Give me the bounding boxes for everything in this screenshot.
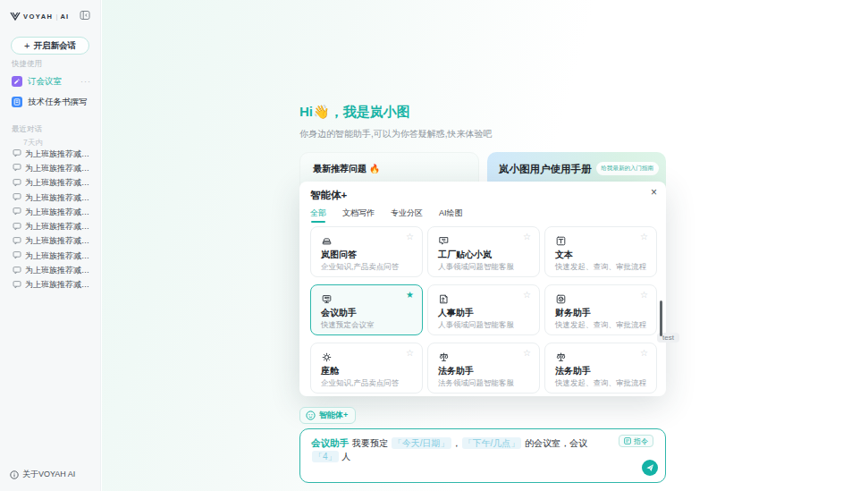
agents-plus-button[interactable]: 智能体+ [299,407,356,424]
chat-icon [7,236,25,247]
agent-card-人事助手[interactable]: ☆人事助手人事领域问题智能客服 [427,284,540,335]
sidebar-item-tech-task-writing[interactable]: 技术任务书撰写 [7,93,95,111]
agent-tag[interactable]: 会议助手 [311,437,349,448]
more-icon[interactable]: ··· [80,77,91,86]
tab-AI绘图[interactable]: AI绘图 [439,207,463,223]
collapse-sidebar-icon[interactable] [80,10,90,21]
template-text: 人 [340,452,351,461]
tab-文档写作[interactable]: 文档写作 [342,207,375,223]
user-manual-title: 岚小图用户使用手册 [499,163,592,176]
star-icon[interactable]: ☆ [523,232,531,241]
conversation-item[interactable]: 为上班族推荐减脂一... [7,249,97,263]
conversation-list: 为上班族推荐减脂一...为上班族推荐减脂一...为上班族推荐减脂一...为上班族… [7,147,97,292]
chat-icon [7,163,25,174]
sidebar: VOYAH | AI + 开启新会话 快捷使用 订会议室···技术任务书撰写 最… [0,0,101,491]
agent-card-法务助手[interactable]: ☆法务助手法务领域问题智能客服 [427,343,540,394]
chat-icon [7,280,25,291]
conversation-title: 为上班族推荐减脂一... [25,250,97,262]
quick-use-section-label: 快捷使用 [12,59,42,70]
new-conversation-button[interactable]: + 开启新会话 [11,37,89,55]
conversation-item[interactable]: 为上班族推荐减脂一... [7,190,97,205]
agents-plus-label: 智能体+ [319,410,348,421]
recommended-questions-title: 最新推荐问题 🔥 [313,163,380,175]
logo-text-ai: AI [61,13,70,21]
conversation-item[interactable]: 为上班族推荐减脂一... [7,176,97,190]
template-text: 我要预定 [352,438,391,448]
star-icon[interactable]: ☆ [523,290,531,300]
greeting-subtitle: 你身边的智能助手,可以为你答疑解惑,快来体验吧 [299,128,493,140]
chat-icon [7,192,25,203]
agent-card-法务助手[interactable]: ☆法务助手快速发起、查询、审批流程 [544,343,657,394]
star-icon[interactable]: ☆ [406,232,414,241]
conversation-item[interactable]: 为上班族推荐减脂一... [7,161,97,175]
star-icon[interactable]: ☆ [640,290,648,300]
agent-card-title: 法务助手 [438,365,474,377]
conversation-title: 为上班族推荐减脂一... [25,192,97,204]
agent-card-title: 会议助手 [321,307,357,319]
chat-icon [7,250,25,261]
conversation-title: 为上班族推荐减脂一... [25,221,97,233]
command-pill[interactable]: 指令 [619,435,653,447]
voyah-wing-icon [10,11,21,21]
command-icon [624,437,631,444]
logo-divider: | [55,13,57,21]
message-input[interactable]: 会议助手我要预定 「今天/日期」，「下午/几点」 的会议室，会议 「4」 人 指… [299,428,666,483]
template-token[interactable]: 「今天/日期」 [392,437,451,449]
conversation-item[interactable]: 为上班族推荐减脂一... [7,263,97,277]
template-token[interactable]: 「4」 [312,451,339,462]
about-voyah-link[interactable]: 关于VOYAH AI [10,469,75,480]
quick-item-label: 技术任务书撰写 [28,97,88,108]
main-area: Hi👋，我是岚小图 你身边的智能助手,可以为你答疑解惑,快来体验吧 最新推荐问题… [102,0,868,491]
doc-icon [12,97,22,107]
template-text: 的会议室，会议 [522,438,587,448]
about-label: 关于VOYAH AI [22,469,75,480]
recent-chats-section-label: 最近对话 [12,124,42,135]
template-token[interactable]: 「下午/几点」 [462,437,522,449]
star-icon[interactable]: ☆ [640,232,648,241]
logo-text-voyah: VOYAH [23,13,53,21]
star-icon[interactable]: ☆ [523,348,531,358]
agent-card-title: 工厂贴心小岚 [438,249,492,261]
agent-card-description: 快速预定会议室 [321,320,375,331]
tab-全部[interactable]: 全部 [310,207,326,223]
conversation-item[interactable]: 为上班族推荐减脂一... [7,219,97,233]
greeting-title: Hi👋，我是岚小图 [299,104,410,121]
sidebar-item-book-meeting-room[interactable]: 订会议室··· [7,72,95,90]
agent-card-会议助手[interactable]: ★会议助手快速预定会议室 [310,284,423,335]
conversation-item[interactable]: 为上班族推荐减脂一... [7,278,97,292]
pen-icon [12,76,22,87]
close-icon[interactable]: × [651,186,657,199]
agent-card-description: 企业知识,产品卖点问答 [321,262,399,273]
agents-modal-title: 智能体+ [310,189,347,202]
agent-card-岚图问答[interactable]: ☆岚图问答企业知识,产品卖点问答 [310,226,423,277]
modal-scrollbar[interactable] [660,301,663,336]
chat-icon [7,178,25,189]
command-pill-label: 指令 [634,436,648,446]
conversation-item[interactable]: 为上班族推荐减脂一... [7,234,97,249]
agent-card-description: 人事领域问题智能客服 [438,320,514,331]
agent-card-座舱[interactable]: ☆座舱企业知识,产品卖点问答 [310,343,423,394]
agent-card-description: 企业知识,产品卖点问答 [321,378,399,389]
tab-专业分区[interactable]: 专业分区 [391,207,423,223]
send-icon [645,463,654,472]
agent-card-title: 法务助手 [555,365,591,377]
conversation-title: 为上班族推荐减脂一... [25,177,97,189]
chat-icon [7,148,25,159]
template-text: ， [452,438,461,448]
user-manual-badge[interactable]: 给我最新的入门指南 [596,162,660,175]
send-button[interactable] [642,460,658,476]
conversation-item[interactable]: 为上班族推荐减脂一... [7,205,97,219]
star-icon[interactable]: ☆ [406,348,414,358]
agent-card-description: 人事领域问题智能客服 [438,262,514,273]
star-icon[interactable]: ★ [406,290,414,300]
star-icon[interactable]: ☆ [640,348,648,358]
agent-card-工厂贴心小岚[interactable]: ☆工厂贴心小岚人事领域问题智能客服 [427,226,540,277]
agent-card-财务助手[interactable]: ☆财务助手快速发起、查询、审批流程test [544,284,657,335]
conversation-item[interactable]: 为上班族推荐减脂一... [7,147,97,161]
agent-card-文本[interactable]: ☆文本快速发起、查询、审批流程 [544,226,657,277]
new-conversation-label: 开启新会话 [33,40,76,52]
chat-icon [7,222,25,233]
input-template-text: 会议助手我要预定 「今天/日期」，「下午/几点」 的会议室，会议 「4」 人 [311,436,611,463]
agent-card-description: 快速发起、查询、审批流程 [555,320,646,331]
quick-item-label: 订会议室 [28,76,62,88]
